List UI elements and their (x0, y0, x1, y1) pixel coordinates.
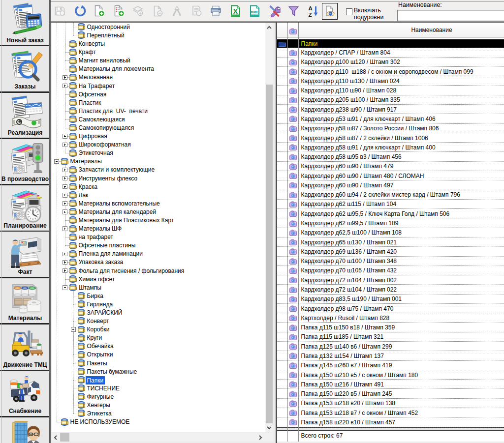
svg-text:X: X (233, 7, 238, 15)
svg-text:A: A (308, 5, 312, 11)
svg-text:Z: Z (308, 12, 312, 18)
svg-text:XML: XML (251, 10, 259, 14)
